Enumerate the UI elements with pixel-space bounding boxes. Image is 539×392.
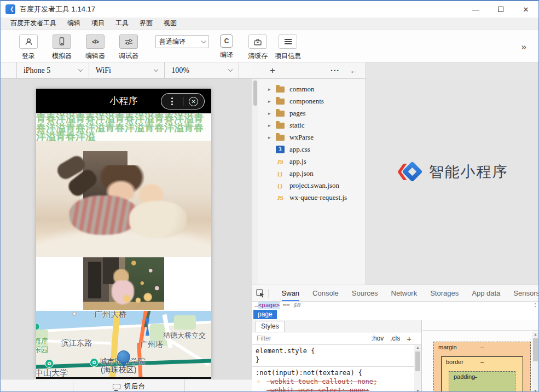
- dom-ellipsis: …: [254, 302, 258, 309]
- css-property-strikethrough[interactable]: -webkit-user-select: none;: [256, 386, 411, 392]
- pseudo-state-toggle[interactable]: :hov: [372, 335, 384, 342]
- scroll-up-icon[interactable]: ▲: [414, 345, 421, 349]
- dom-tree-row[interactable]: …<page>== $0 ▴▾: [252, 302, 539, 309]
- tab-styles[interactable]: Styles: [256, 321, 285, 332]
- box-model-margin[interactable]: margin – border – padding – – – – 320 × …: [433, 342, 531, 392]
- box-model-scrollbar[interactable]: ▲ ▼: [532, 332, 539, 392]
- tab-swan[interactable]: Swan: [282, 285, 300, 301]
- not-input-rule[interactable]: :not(input):not(textarea) { ⚠ -webkit-to…: [252, 367, 414, 392]
- expand-arrow-icon[interactable]: ▸: [268, 87, 276, 92]
- scroll-down-icon[interactable]: ▼: [532, 389, 539, 392]
- more-menu-icon[interactable]: [161, 97, 183, 105]
- menu-project[interactable]: 项目: [86, 18, 110, 29]
- menu-view[interactable]: 视图: [158, 18, 182, 29]
- tree-file-wx-queue-request-js[interactable]: JS wx-queue-request.js: [258, 192, 366, 204]
- folder-icon: [276, 87, 285, 93]
- tab-app-data[interactable]: App data: [472, 285, 500, 301]
- zoom-select-value: 100%: [171, 66, 229, 75]
- tab-console[interactable]: Console: [312, 285, 339, 301]
- debugger-toggle-button[interactable]: 调试器: [113, 34, 144, 61]
- tree-folder-wxparse[interactable]: ▸ wxParse: [258, 131, 366, 143]
- tab-sources[interactable]: Sources: [352, 285, 378, 301]
- expand-arrow-icon[interactable]: ▸: [268, 123, 276, 128]
- device-select[interactable]: iPhone 5: [17, 62, 89, 78]
- styles-scrollbar[interactable]: ▲ ▼: [414, 345, 421, 392]
- tree-file-app-css[interactable]: 3 app.css: [258, 143, 366, 155]
- login-button[interactable]: 登录: [13, 34, 44, 61]
- menu-bar: 百度开发者工具 编辑 项目 工具 界面 视图: [1, 18, 538, 30]
- collapse-panel-button[interactable]: ←: [350, 66, 358, 75]
- window-title: 百度开发者工具 1.14.17: [20, 4, 95, 14]
- box-model-panel: margin – border – padding – – – – 320 × …: [422, 320, 539, 392]
- breadcrumb-page-chip[interactable]: page: [253, 310, 277, 319]
- menu-edit[interactable]: 编辑: [62, 18, 86, 29]
- tab-sensors[interactable]: Sensors: [513, 285, 539, 301]
- inspect-element-button[interactable]: [256, 289, 269, 298]
- scrollbar-thumb[interactable]: [415, 351, 420, 371]
- app-logo-icon: 《: [5, 4, 15, 14]
- tab-storages[interactable]: Storages: [430, 285, 459, 301]
- explorer-header: + ··· ←: [252, 62, 366, 79]
- expand-arrow-icon[interactable]: ▸: [268, 99, 276, 104]
- device-bar: iPhone 5 WiFi 100%: [1, 62, 252, 79]
- compile-button[interactable]: C 编译: [215, 34, 239, 60]
- tab-network[interactable]: Network: [391, 285, 418, 301]
- scrollbar-thumb[interactable]: [533, 338, 538, 361]
- dom-scrollbar[interactable]: ▴▾: [534, 302, 536, 308]
- styles-sidebar: Styles :hov .cls + element.style { } :no…: [252, 320, 422, 392]
- rule-selector[interactable]: :not(input):not(textarea) {: [256, 368, 411, 377]
- element-classes-toggle[interactable]: .cls: [390, 335, 400, 342]
- zoom-select[interactable]: 100%: [165, 62, 239, 78]
- tree-folder-static[interactable]: ▸ static: [258, 119, 366, 131]
- border-top-value[interactable]: –: [442, 359, 523, 365]
- css-file-icon: 3: [276, 146, 285, 153]
- tree-folder-components[interactable]: ▸ components: [258, 95, 366, 107]
- simulator-toggle-button[interactable]: 模拟器: [47, 34, 77, 61]
- css-property-strikethrough[interactable]: ⚠ -webkit-touch-callout: none;: [256, 377, 411, 386]
- menu-tools[interactable]: 工具: [110, 18, 134, 29]
- tree-item-label: pages: [289, 109, 306, 118]
- toolbar-overflow-button[interactable]: »: [521, 42, 526, 53]
- map-view[interactable]: ✿ ✿ 广州大桥 滨江东路 广州塔 猎德大桥立交 城市职业学院 (海珠校区) 中…: [36, 311, 211, 377]
- tree-file-project-swan-json[interactable]: {} project.swan.json: [258, 180, 366, 192]
- project-info-button[interactable]: 项目信息: [273, 34, 303, 61]
- device-band: iPhone 5 WiFi 100% + ··· ←: [1, 62, 538, 79]
- device-bar-spacer: [1, 62, 17, 78]
- explorer-scrollbar[interactable]: [252, 79, 258, 285]
- rule-selector[interactable]: element.style {: [256, 347, 411, 355]
- expand-arrow-icon[interactable]: ▸: [268, 135, 276, 140]
- tree-folder-pages[interactable]: ▸ pages: [258, 107, 366, 119]
- padding-top-value[interactable]: –: [465, 373, 486, 380]
- box-model-padding[interactable]: padding – – – – 320 × 1255.860 – – –: [449, 371, 515, 392]
- folder-icon: [276, 135, 285, 141]
- tree-item-label: app.json: [289, 169, 314, 178]
- tree-file-app-js[interactable]: JS app.js: [258, 155, 366, 168]
- explorer-more-button[interactable]: ···: [331, 66, 340, 75]
- close-miniapp-button[interactable]: ✕: [183, 97, 205, 106]
- close-button[interactable]: ✕: [513, 1, 538, 18]
- element-style-rule[interactable]: element.style { }: [252, 345, 414, 367]
- margin-top-value[interactable]: –: [434, 344, 530, 350]
- clear-cache-button[interactable]: 清缓存: [242, 34, 273, 61]
- box-model-border[interactable]: border – padding – – – – 320 × 1255.860 …: [441, 356, 523, 392]
- menu-interface[interactable]: 界面: [134, 18, 158, 29]
- add-file-button[interactable]: +: [270, 65, 275, 76]
- scroll-down-icon[interactable]: ▼: [414, 389, 421, 392]
- compile-mode-select[interactable]: 普通编译: [155, 35, 209, 48]
- minimize-button[interactable]: —: [463, 1, 488, 18]
- expand-arrow-icon[interactable]: ▸: [268, 111, 276, 116]
- new-style-rule-button[interactable]: +: [407, 334, 412, 343]
- folder-icon: [276, 111, 285, 117]
- tree-file-app-json[interactable]: {} app.json: [258, 168, 366, 180]
- switch-background-button[interactable]: 切后台: [73, 379, 185, 392]
- transit-stop-icon: ✿: [45, 359, 54, 368]
- scroll-up-icon[interactable]: ▲: [532, 332, 539, 336]
- menu-app[interactable]: 百度开发者工具: [5, 18, 62, 29]
- network-select[interactable]: WiFi: [89, 62, 165, 78]
- maximize-button[interactable]: [488, 1, 513, 18]
- selected-dom-tag[interactable]: <page>: [258, 302, 280, 309]
- styles-filter-input[interactable]: [257, 335, 322, 342]
- editor-toggle-button[interactable]: </> 编辑器: [80, 34, 111, 61]
- device-bar-end: [239, 62, 252, 78]
- tree-folder-common[interactable]: ▸ common: [258, 83, 366, 95]
